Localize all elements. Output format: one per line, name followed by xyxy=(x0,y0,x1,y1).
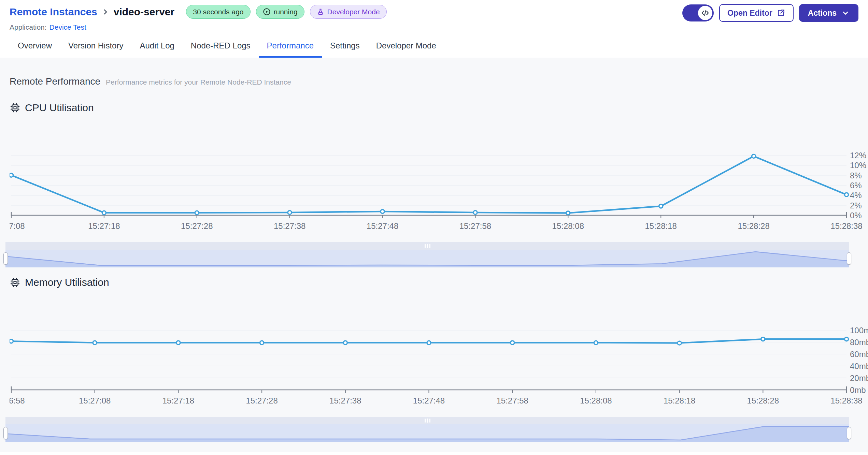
section-title: Remote Performance xyxy=(10,76,100,87)
svg-text:8%: 8% xyxy=(850,171,862,180)
cpu-brush-left-handle[interactable] xyxy=(3,252,8,265)
application-link[interactable]: Device Test xyxy=(49,23,86,31)
drag-grip-icon[interactable] xyxy=(425,419,430,423)
developer-mode-toggle[interactable] xyxy=(682,4,714,21)
section-subtitle: Performance metrics for your Remote Node… xyxy=(106,78,291,86)
svg-text:0%: 0% xyxy=(850,211,862,220)
memory-brush-preview[interactable] xyxy=(5,424,849,442)
external-link-icon xyxy=(777,9,785,17)
svg-text:15:27:58: 15:27:58 xyxy=(459,221,491,231)
svg-text:15:27:58: 15:27:58 xyxy=(496,396,528,405)
running-status-badge: running xyxy=(256,5,304,19)
chevron-down-icon xyxy=(841,9,850,17)
actions-label: Actions xyxy=(808,9,837,18)
svg-text:2%: 2% xyxy=(850,201,862,210)
running-label: running xyxy=(274,8,298,16)
svg-text:7:08: 7:08 xyxy=(10,221,25,231)
instance-name: video-server xyxy=(114,6,174,18)
toggle-knob[interactable] xyxy=(698,6,712,20)
svg-text:15:28:08: 15:28:08 xyxy=(552,221,584,231)
cpu-chip-icon xyxy=(10,102,20,113)
svg-text:15:27:38: 15:27:38 xyxy=(274,221,305,231)
svg-text:6:58: 6:58 xyxy=(10,396,25,405)
memory-chart-title-label: Memory Utilisation xyxy=(25,277,109,288)
tab-overview[interactable]: Overview xyxy=(10,36,60,58)
code-icon xyxy=(701,9,710,17)
memory-chart-title: Memory Utilisation xyxy=(10,276,858,289)
svg-text:15:28:28: 15:28:28 xyxy=(738,221,769,231)
page-header: Remote Instances video-server 30 seconds… xyxy=(0,0,868,31)
last-seen-label: 30 seconds ago xyxy=(193,8,243,16)
section-header: Remote Performance Performance metrics f… xyxy=(10,58,858,87)
breadcrumb-parent-link[interactable]: Remote Instances xyxy=(10,6,97,18)
developer-mode-badge: Developer Mode xyxy=(310,5,387,19)
svg-text:40mb: 40mb xyxy=(850,362,868,371)
cpu-range-selector[interactable] xyxy=(5,242,849,267)
cpu-brush-drag-bar[interactable] xyxy=(5,242,849,250)
tab-version-history[interactable]: Version History xyxy=(60,36,131,58)
tab-settings[interactable]: Settings xyxy=(322,36,368,58)
memory-brush-drag-bar[interactable] xyxy=(5,417,849,424)
svg-text:15:28:18: 15:28:18 xyxy=(664,396,695,405)
svg-text:20mb: 20mb xyxy=(850,373,868,383)
tab-audit-log[interactable]: Audit Log xyxy=(131,36,182,58)
svg-text:80mb: 80mb xyxy=(850,338,868,347)
application-row: Application: Device Test xyxy=(10,23,858,31)
cpu-brush-right-handle[interactable] xyxy=(847,252,851,265)
application-label: Application: xyxy=(10,23,47,31)
open-editor-label: Open Editor xyxy=(727,9,772,18)
drag-grip-icon[interactable] xyxy=(425,244,430,248)
svg-text:15:27:48: 15:27:48 xyxy=(367,221,398,231)
developer-mode-label: Developer Mode xyxy=(327,8,380,16)
actions-button[interactable]: Actions xyxy=(799,4,858,22)
tab-developer-mode[interactable]: Developer Mode xyxy=(368,36,444,58)
svg-text:100mb: 100mb xyxy=(850,326,868,335)
tab-performance[interactable]: Performance xyxy=(259,36,322,58)
memory-brush-selection[interactable] xyxy=(5,424,849,442)
svg-text:10%: 10% xyxy=(850,161,866,170)
memory-brush-right-handle[interactable] xyxy=(847,427,851,439)
svg-text:12%: 12% xyxy=(850,151,866,160)
cpu-chip-icon xyxy=(10,277,20,288)
memory-range-selector[interactable] xyxy=(5,417,849,442)
tab-bar: Overview Version History Audit Log Node-… xyxy=(0,36,868,58)
cpu-brush-selection[interactable] xyxy=(5,250,849,267)
svg-text:15:28:28: 15:28:28 xyxy=(747,396,779,405)
svg-text:15:28:38: 15:28:38 xyxy=(830,221,862,231)
svg-text:15:28:18: 15:28:18 xyxy=(645,221,677,231)
svg-text:15:27:18: 15:27:18 xyxy=(162,396,194,405)
section-divider xyxy=(10,94,858,94)
chevron-right-icon xyxy=(101,8,110,16)
cpu-brush-preview[interactable] xyxy=(5,250,849,267)
cpu-chart-title-label: CPU Utilisation xyxy=(25,102,94,114)
svg-text:15:27:38: 15:27:38 xyxy=(329,396,361,405)
svg-text:15:27:28: 15:27:28 xyxy=(181,221,213,231)
flask-icon xyxy=(317,8,324,16)
svg-text:15:27:48: 15:27:48 xyxy=(413,396,445,405)
svg-text:6%: 6% xyxy=(850,181,862,190)
last-seen-badge: 30 seconds ago xyxy=(186,5,250,19)
svg-text:15:27:08: 15:27:08 xyxy=(79,396,111,405)
svg-text:15:28:38: 15:28:38 xyxy=(830,396,862,405)
cpu-utilisation-chart: 0%2%4%6%8%10%12%7:0815:27:1815:27:2815:2… xyxy=(10,114,868,233)
header-controls: Open Editor Actions xyxy=(682,4,858,22)
memory-brush-left-handle[interactable] xyxy=(3,427,8,439)
status-badges: 30 seconds ago running Developer Mode xyxy=(186,5,386,19)
svg-text:60mb: 60mb xyxy=(850,350,868,359)
cpu-chart-title: CPU Utilisation xyxy=(10,102,858,114)
performance-panel: Remote Performance Performance metrics f… xyxy=(0,58,868,452)
svg-text:15:28:08: 15:28:08 xyxy=(580,396,612,405)
svg-text:4%: 4% xyxy=(850,191,862,200)
play-circle-icon xyxy=(263,8,271,16)
svg-text:15:27:28: 15:27:28 xyxy=(246,396,278,405)
svg-text:15:27:18: 15:27:18 xyxy=(88,221,120,231)
memory-utilisation-chart: 0mb20mb40mb60mb80mb100mb6:5815:27:0815:2… xyxy=(10,289,868,408)
svg-text:0mb: 0mb xyxy=(850,385,866,395)
tab-node-red-logs[interactable]: Node-RED Logs xyxy=(183,36,259,58)
open-editor-button[interactable]: Open Editor xyxy=(719,4,794,22)
